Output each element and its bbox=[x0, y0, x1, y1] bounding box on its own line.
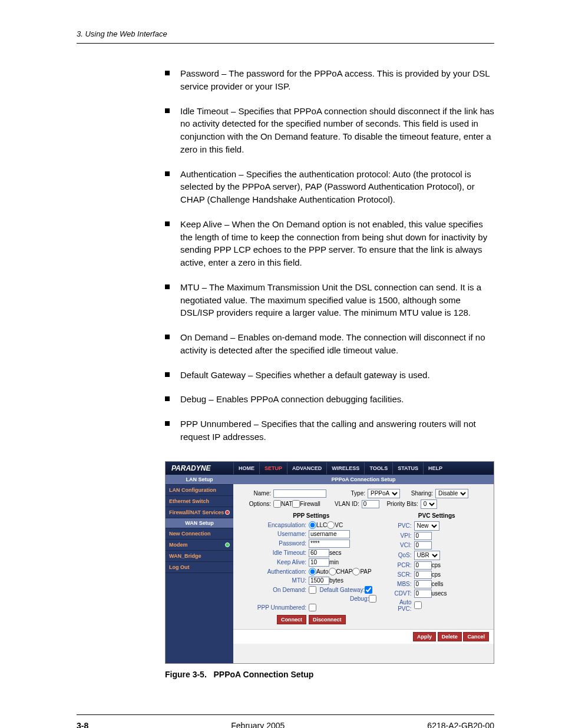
keepalive-label: Keep Alive: bbox=[238, 559, 309, 565]
sidebar-item-modem[interactable]: Modem bbox=[166, 540, 233, 551]
pap-label: PAP bbox=[360, 568, 371, 575]
ppp-unnumbered-label: PPP Unnumbered: bbox=[238, 604, 309, 611]
mbs-unit: cells bbox=[432, 581, 444, 587]
debug-label: Debug: bbox=[350, 595, 369, 602]
type-select[interactable]: PPPoA bbox=[368, 489, 400, 498]
username-input[interactable] bbox=[309, 530, 350, 538]
idle-unit: secs bbox=[329, 550, 342, 556]
password-input[interactable] bbox=[309, 540, 350, 548]
password-label: Password: bbox=[238, 540, 309, 547]
keepalive-input[interactable] bbox=[309, 558, 329, 567]
sharing-select[interactable]: Disable bbox=[435, 489, 468, 498]
top-nav: HOME SETUP ADVANCED WIRELESS TOOLS STATU… bbox=[233, 462, 447, 474]
nav-home[interactable]: HOME bbox=[233, 462, 259, 474]
bullet-icon bbox=[165, 421, 170, 426]
pcr-unit: cps bbox=[432, 562, 441, 568]
pcr-input[interactable] bbox=[414, 561, 432, 570]
sidebar-item-label: Firewall/NAT Services bbox=[169, 509, 224, 515]
vpi-label: VPI: bbox=[385, 532, 414, 539]
scr-input[interactable] bbox=[414, 571, 432, 579]
vpi-input[interactable] bbox=[414, 532, 432, 540]
name-input[interactable] bbox=[273, 489, 326, 498]
pvc-settings-header: PVC Settings bbox=[385, 512, 490, 519]
cdvt-label: CDVT: bbox=[385, 590, 414, 597]
nav-wireless[interactable]: WIRELESS bbox=[326, 462, 364, 474]
cdvt-input[interactable] bbox=[414, 590, 432, 598]
brand-logo: PARADYNE bbox=[166, 464, 233, 472]
debug-checkbox[interactable] bbox=[369, 595, 376, 603]
sidebar-item-ethernet[interactable]: Ethernet Switch bbox=[166, 496, 233, 507]
sidebar-item-firewall[interactable]: Firewall/NAT Services bbox=[166, 507, 233, 518]
ondemand-label: On Demand: bbox=[238, 587, 309, 593]
encap-label: Encapsulation: bbox=[238, 522, 309, 528]
bullet-text: MTU – The Maximum Transmission Unit the … bbox=[180, 281, 494, 319]
cancel-button[interactable]: Cancel bbox=[463, 632, 489, 641]
keepalive-unit: min bbox=[329, 559, 339, 565]
bullet-text: PPP Unnumbered – Specifies that the call… bbox=[180, 418, 494, 444]
priority-select[interactable]: 0 bbox=[421, 499, 437, 509]
autopvc-checkbox[interactable] bbox=[414, 601, 422, 609]
sidebar-item-label: Log Out bbox=[169, 564, 190, 570]
nav-help[interactable]: HELP bbox=[423, 462, 447, 474]
figure-screenshot: PARADYNE HOME SETUP ADVANCED WIRELESS TO… bbox=[165, 461, 494, 664]
idle-input[interactable] bbox=[309, 549, 329, 557]
footer-date: February 2005 bbox=[231, 721, 285, 729]
chapter-header: 3. Using the Web Interface bbox=[77, 29, 494, 38]
auto-label: Auto bbox=[316, 568, 329, 575]
delete-button[interactable]: Delete bbox=[438, 632, 462, 641]
auth-chap-radio[interactable] bbox=[329, 568, 336, 575]
bullet-text: Authentication – Specifies the authentic… bbox=[180, 168, 494, 206]
mbs-label: MBS: bbox=[385, 581, 414, 587]
firewall-checkbox[interactable] bbox=[292, 500, 300, 508]
apply-button[interactable]: Apply bbox=[413, 632, 436, 641]
mtu-unit: bytes bbox=[329, 577, 343, 584]
page-title: PPPoA Connection Setup bbox=[233, 475, 494, 484]
vci-input[interactable] bbox=[414, 541, 432, 550]
sidebar: LAN Setup LAN Configuration Ethernet Swi… bbox=[166, 475, 233, 663]
bullet-icon bbox=[165, 396, 170, 401]
default-gateway-label: Default Gateway: bbox=[320, 587, 365, 593]
doc-number: 6218-A2-GB20-00 bbox=[427, 721, 494, 729]
connect-button[interactable]: Connect bbox=[277, 615, 306, 624]
encap-vc-radio[interactable] bbox=[327, 521, 335, 529]
pvc-select[interactable]: New bbox=[414, 521, 439, 531]
firewall-label: Firewall bbox=[300, 501, 320, 507]
sidebar-item-logout[interactable]: Log Out bbox=[166, 562, 233, 573]
sidebar-item-lan-config[interactable]: LAN Configuration bbox=[166, 485, 233, 496]
sidebar-item-wan-bridge[interactable]: WAN_Bridge bbox=[166, 551, 233, 562]
nav-status[interactable]: STATUS bbox=[392, 462, 423, 474]
sharing-label: Sharing: bbox=[400, 490, 435, 497]
nat-checkbox[interactable] bbox=[273, 500, 281, 508]
encap-llc-radio[interactable] bbox=[309, 521, 316, 529]
nav-advanced[interactable]: ADVANCED bbox=[287, 462, 326, 474]
sidebar-item-label: LAN Configuration bbox=[169, 487, 216, 493]
bullet-text: Keep Alive – When the On Demand option i… bbox=[180, 218, 494, 269]
vci-label: VCI: bbox=[385, 542, 414, 548]
nav-setup[interactable]: SETUP bbox=[259, 462, 287, 474]
bullet-text: On Demand – Enables on-demand mode. The … bbox=[180, 331, 494, 357]
pvc-label: PVC: bbox=[385, 522, 414, 529]
qos-select[interactable]: UBR bbox=[414, 551, 440, 560]
qos-label: QoS: bbox=[385, 552, 414, 558]
cdvt-unit: usecs bbox=[432, 590, 447, 597]
pcr-label: PCR: bbox=[385, 562, 414, 568]
vlan-input[interactable] bbox=[362, 500, 379, 508]
mtu-label: MTU: bbox=[238, 577, 309, 584]
sidebar-item-label: Modem bbox=[169, 542, 188, 548]
options-label: Options: bbox=[238, 501, 273, 507]
mtu-input[interactable] bbox=[309, 577, 329, 585]
nav-tools[interactable]: TOOLS bbox=[364, 462, 392, 474]
ppp-unnumbered-checkbox[interactable] bbox=[309, 604, 316, 611]
sidebar-item-label: Ethernet Switch bbox=[169, 498, 209, 504]
bullet-text: Idle Timeout – Specifies that PPPoA conn… bbox=[180, 105, 494, 156]
llc-label: LLC bbox=[316, 522, 327, 528]
ondemand-checkbox[interactable] bbox=[309, 586, 316, 594]
auth-auto-radio[interactable] bbox=[309, 568, 316, 575]
auth-pap-radio[interactable] bbox=[352, 568, 360, 575]
disconnect-button[interactable]: Disconnect bbox=[309, 615, 346, 624]
figure-caption: Figure 3-5. PPPoA Connection Setup bbox=[165, 670, 494, 679]
bullet-text: Password – The password for the PPPoA ac… bbox=[180, 67, 494, 93]
sidebar-item-new-connection[interactable]: New Connection bbox=[166, 528, 233, 540]
mbs-input[interactable] bbox=[414, 580, 432, 588]
default-gateway-checkbox[interactable] bbox=[365, 586, 372, 594]
